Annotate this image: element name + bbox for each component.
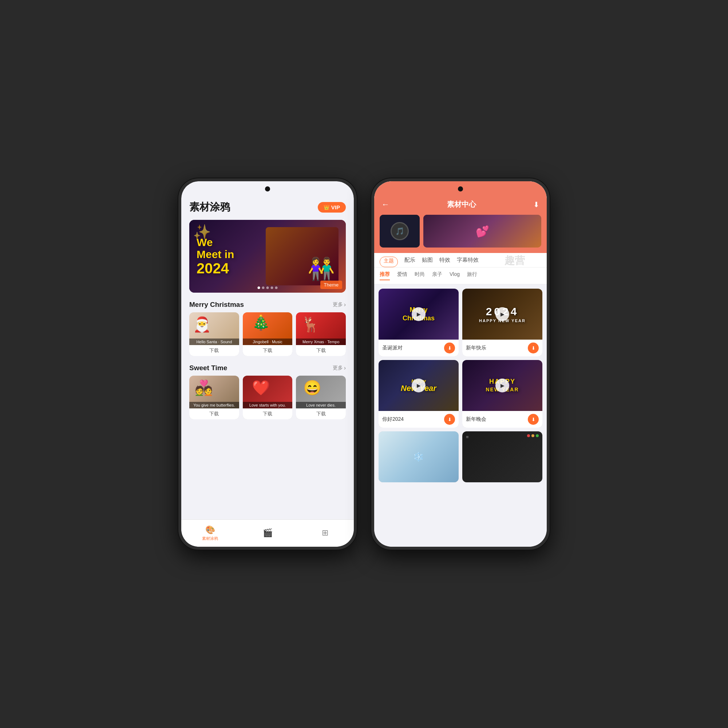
vip-label: VIP xyxy=(331,204,340,210)
sweet-section: Sweet Time 更多 You give me butterflies. 下… xyxy=(181,359,354,422)
hero-banner[interactable]: ✨ 🎆 We Meet in 2024 Theme xyxy=(189,220,346,293)
sweet-download-3[interactable]: 下载 xyxy=(296,408,346,419)
video-icon: 🎬 xyxy=(263,528,273,538)
grid-row-3: ❄️ ≡ xyxy=(379,431,542,482)
grid-item-fireworks[interactable]: HAPPYNEW YEAR ▶ 新年晚会 ⬇ xyxy=(462,360,542,428)
christmas-img-2: Jingobell · Music xyxy=(243,312,293,345)
christmas-label-1: Hello Santa · Sound xyxy=(189,338,239,345)
theme-badge: Theme xyxy=(320,281,342,289)
nav-item-home[interactable]: 🎨 素材涂鸦 xyxy=(181,520,239,547)
christmas-cards: Hello Santa · Sound 下载 Jingobell · Music… xyxy=(189,312,346,356)
fireworks-footer: 新年晚会 ⬇ xyxy=(462,411,542,428)
sweet-img-1: You give me butterflies. xyxy=(189,376,239,408)
hero-year: 2024 xyxy=(197,260,234,276)
christmas-download-3[interactable]: 下载 xyxy=(296,345,346,356)
play-newyear[interactable]: ▶ xyxy=(496,307,509,321)
sub-tab-vlog[interactable]: Vlog xyxy=(450,271,460,280)
newyear-item-label: 新年快乐 xyxy=(466,345,486,351)
grid-row-1: MerryChristmas ▶ 圣诞派对 ⬇ 2024 xyxy=(379,289,542,356)
christmas-item-label: 圣诞派对 xyxy=(382,345,402,351)
tab-music[interactable]: 配乐 xyxy=(404,257,415,267)
bottom-nav: 🎨 素材涂鸦 🎬 ⊞ xyxy=(181,519,354,547)
sweet-download-2[interactable]: 下载 xyxy=(243,408,293,419)
christmas-img-1: Hello Santa · Sound xyxy=(189,312,239,345)
christmas-section-header: Merry Christmas 更多 xyxy=(189,301,346,309)
sweet-cards: You give me butterflies. 下载 Love starts … xyxy=(189,376,346,419)
christmas-card-1[interactable]: Hello Santa · Sound 下载 xyxy=(189,312,239,356)
tab-theme[interactable]: 主题 xyxy=(380,257,398,267)
sweet-section-header: Sweet Time 更多 xyxy=(189,364,346,372)
crown-icon: 👑 xyxy=(324,205,329,210)
play-happyny[interactable]: ▶ xyxy=(412,379,425,392)
home-icon: 🎨 xyxy=(205,525,215,535)
sweet-download-1[interactable]: 下载 xyxy=(189,408,239,419)
christmas-label-2: Jingobell · Music xyxy=(243,338,293,345)
tab-effect[interactable]: 特效 xyxy=(439,257,450,267)
camera-notch-2 xyxy=(458,187,463,191)
featured-couple-thumb[interactable]: 💕 xyxy=(423,215,541,248)
dot-2 xyxy=(262,286,265,289)
christmas-download-2[interactable]: 下载 xyxy=(243,345,293,356)
newyear-footer: 新年快乐 ⬇ xyxy=(462,340,542,356)
fireworks-thumb: HAPPYNEW YEAR ▶ xyxy=(462,360,542,411)
dark-thumb: ≡ xyxy=(462,431,542,482)
banner-dots xyxy=(258,286,278,289)
christmas-thumb: MerryChristmas ▶ xyxy=(379,289,459,340)
dot-4 xyxy=(271,286,273,289)
hero-we: We xyxy=(197,236,234,248)
tab-subtitle[interactable]: 字幕特效 xyxy=(457,257,479,267)
tab-sticker[interactable]: 贴图 xyxy=(422,257,433,267)
happyny-item-label: 你好2024 xyxy=(382,416,404,423)
header-download-icon[interactable]: ⬇ xyxy=(533,200,540,209)
hero-couple-img xyxy=(266,227,338,285)
sweet-label-2: Love starts with you. xyxy=(243,402,293,408)
christmas-card-2[interactable]: Jingobell · Music 下载 xyxy=(243,312,293,356)
grid-row-2: Happy New Year ▶ 你好2024 ⬇ xyxy=(379,360,542,428)
play-christmas[interactable]: ▶ xyxy=(412,307,425,321)
sweet-more[interactable]: 更多 xyxy=(333,365,346,371)
vip-badge[interactable]: 👑 VIP xyxy=(318,202,346,213)
camera-notch-1 xyxy=(265,187,270,191)
grid-item-happyny[interactable]: Happy New Year ▶ 你好2024 ⬇ xyxy=(379,360,459,428)
christmas-section: Merry Christmas 更多 Hello Santa · Sound 下… xyxy=(181,295,354,359)
sweet-img-2: Love starts with you. xyxy=(243,376,293,408)
watermark: 趣营 xyxy=(505,254,525,268)
play-fireworks[interactable]: ▶ xyxy=(496,379,509,392)
dot-1 xyxy=(258,286,260,289)
nav-item-grid[interactable]: ⊞ xyxy=(296,520,354,547)
nav-item-video[interactable]: 🎬 xyxy=(239,520,296,547)
sweet-card-2[interactable]: Love starts with you. 下载 xyxy=(243,376,293,419)
christmas-card-3[interactable]: Merry Xmas · Tempo 下载 xyxy=(296,312,346,356)
happyny-dl-btn[interactable]: ⬇ xyxy=(444,414,455,425)
phone1-header: 素材涂鸦 👑 VIP xyxy=(181,196,354,217)
christmas-download-1[interactable]: 下载 xyxy=(189,345,239,356)
featured-banner: 🎵 💕 xyxy=(374,215,547,253)
sub-tab-travel[interactable]: 旅行 xyxy=(467,271,477,280)
grid-item-snow[interactable]: ❄️ xyxy=(379,431,459,482)
christmas-dl-btn[interactable]: ⬇ xyxy=(444,343,455,353)
christmas-more[interactable]: 更多 xyxy=(333,301,346,308)
grid-item-christmas[interactable]: MerryChristmas ▶ 圣诞派对 ⬇ xyxy=(379,289,459,356)
dot-5 xyxy=(275,286,278,289)
back-button[interactable]: ← xyxy=(381,200,390,209)
grid-icon: ⊞ xyxy=(322,528,328,538)
grid-item-newyear[interactable]: 2024 HAPPY NEW YEAR ▶ 新年快乐 ⬇ xyxy=(462,289,542,356)
sweet-card-1[interactable]: You give me butterflies. 下载 xyxy=(189,376,239,419)
sub-tab-family[interactable]: 亲子 xyxy=(432,271,442,280)
phone-1: 素材涂鸦 👑 VIP ✨ 🎆 We Meet in xyxy=(178,178,357,550)
featured-music-thumb[interactable]: 🎵 xyxy=(380,215,420,248)
christmas-footer: 圣诞派对 ⬇ xyxy=(379,340,459,356)
sub-tab-fashion[interactable]: 时尚 xyxy=(414,271,425,280)
sub-tab-love[interactable]: 爱情 xyxy=(397,271,407,280)
sweet-label-3: Love never dies. xyxy=(296,402,346,408)
sweet-label-1: You give me butterflies. xyxy=(189,402,239,408)
hero-meetin: Meet in xyxy=(197,248,234,260)
phone-2: ← 素材中心 ⬇ 🎵 💕 xyxy=(371,178,550,550)
grid-item-dark[interactable]: ≡ xyxy=(462,431,542,482)
grid-section: MerryChristmas ▶ 圣诞派对 ⬇ 2024 xyxy=(374,284,547,547)
newyear-dl-btn[interactable]: ⬇ xyxy=(528,343,539,353)
fireworks-dl-btn[interactable]: ⬇ xyxy=(528,414,539,425)
sweet-title: Sweet Time xyxy=(189,364,227,372)
sub-tab-recommend[interactable]: 推荐 xyxy=(380,271,390,280)
sweet-card-3[interactable]: Love never dies. 下载 xyxy=(296,376,346,419)
